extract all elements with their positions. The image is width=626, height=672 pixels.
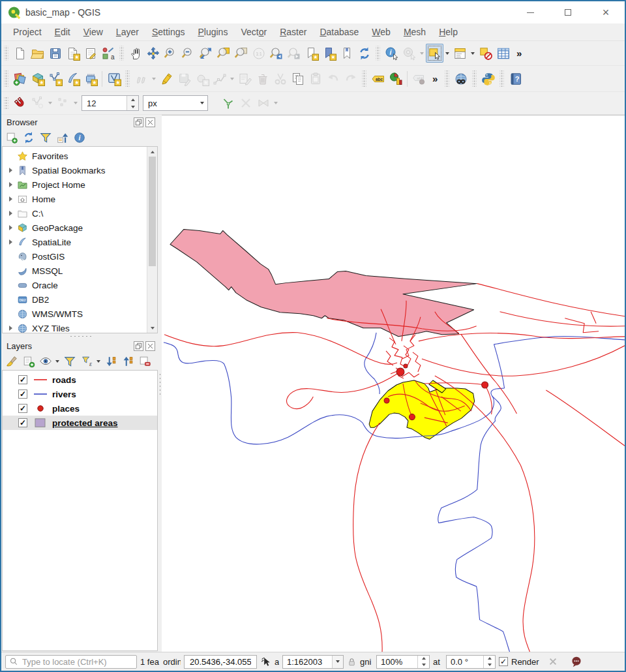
layers-open-layer-styling-button[interactable]: [3, 354, 20, 369]
select-by-value-dropdown[interactable]: [469, 44, 477, 63]
layer-row-protected-areas[interactable]: ✓protected areas: [3, 416, 157, 430]
browser-item-wms-wmts[interactable]: WMS/WMTS: [3, 307, 147, 321]
browser-item-geopackage[interactable]: GeoPackage: [3, 221, 147, 235]
open-project-button[interactable]: [29, 44, 46, 63]
copy-features-button[interactable]: [289, 69, 306, 88]
browser-collapse-all-browser-button[interactable]: [54, 130, 70, 145]
layers-filter-by-expression-dropdown[interactable]: [95, 354, 102, 369]
browser-float-button[interactable]: [134, 117, 143, 127]
expander-icon[interactable]: [6, 225, 16, 230]
toolbar-overflow-icon[interactable]: »: [512, 48, 526, 59]
zoom-in-button[interactable]: [162, 44, 179, 63]
layers-manage-map-themes-button[interactable]: [37, 354, 53, 369]
layers-manage-map-themes-dropdown[interactable]: [54, 354, 61, 369]
menu-vector[interactable]: Vector: [234, 25, 273, 39]
layers-expand-all-button[interactable]: [102, 354, 119, 369]
scale-dropdown-icon[interactable]: [332, 656, 343, 668]
expander-icon[interactable]: [6, 182, 16, 187]
new-geopackage-layer-button[interactable]: [29, 69, 46, 88]
python-console-button[interactable]: [479, 69, 497, 88]
layout-manager-button[interactable]: [82, 44, 99, 63]
menu-settings[interactable]: Settings: [145, 25, 192, 39]
menu-database[interactable]: Database: [313, 25, 365, 39]
browser-item-c[interactable]: C:\: [3, 206, 147, 221]
magnifier-spinbox[interactable]: 100%: [376, 655, 430, 669]
panel-splitter[interactable]: [1, 334, 158, 339]
scale-combo[interactable]: 1:162003: [282, 655, 344, 669]
browser-close-button[interactable]: [145, 117, 155, 127]
render-toggle[interactable]: ✓ Render: [499, 657, 539, 667]
layer-row-places[interactable]: ✓places: [3, 401, 157, 416]
layer-checkbox[interactable]: ✓: [18, 404, 27, 413]
layer-checkbox[interactable]: ✓: [18, 375, 27, 384]
pan-to-selection-button[interactable]: [144, 44, 162, 63]
layers-remove-layer-button[interactable]: [136, 354, 153, 369]
new-spatialite-layer-button[interactable]: [64, 69, 82, 88]
attribute-table-button[interactable]: [494, 44, 512, 63]
new-shapefile-layer-button[interactable]: [46, 69, 64, 88]
new-layout-button[interactable]: [64, 44, 82, 63]
locator-input[interactable]: [21, 656, 133, 667]
scrollbar-thumb[interactable]: [149, 157, 156, 266]
expander-icon[interactable]: [6, 196, 16, 202]
zoom-full-button[interactable]: [197, 44, 215, 63]
layers-filter-by-expression-button[interactable]: ε: [78, 354, 95, 369]
metasearch-button[interactable]: [452, 69, 470, 88]
layers-float-button[interactable]: [134, 341, 143, 351]
layer-checkbox[interactable]: ✓: [18, 418, 27, 427]
layer-checkbox[interactable]: ✓: [18, 389, 27, 399]
data-source-manager-button[interactable]: [11, 69, 29, 88]
new-bookmark-button[interactable]: [303, 44, 320, 63]
menu-web[interactable]: Web: [365, 25, 397, 39]
browser-browser-properties-button[interactable]: i: [71, 130, 87, 145]
render-checkbox[interactable]: ✓: [499, 657, 508, 666]
zoom-last-button[interactable]: [267, 44, 285, 63]
zoom-out-button[interactable]: [179, 44, 197, 63]
expander-icon[interactable]: [6, 326, 16, 331]
refresh-button[interactable]: [355, 44, 373, 63]
expander-icon[interactable]: [6, 211, 16, 216]
snapping-units-combo[interactable]: px: [143, 95, 208, 111]
layers-add-group-button[interactable]: [20, 354, 37, 369]
maximize-button[interactable]: [549, 1, 587, 23]
browser-item-spatial-bookmarks[interactable]: Spatial Bookmarks: [3, 163, 147, 177]
new-virtual-layer-button[interactable]: [82, 69, 99, 88]
toggle-editing-button[interactable]: [158, 69, 175, 88]
extents-tracking-icon[interactable]: [260, 656, 271, 667]
expander-icon[interactable]: [6, 239, 16, 245]
menu-raster[interactable]: Raster: [273, 25, 313, 39]
browser-item-xyz-tiles[interactable]: XYZ Tiles: [3, 321, 147, 333]
menu-layer[interactable]: Layer: [110, 25, 145, 39]
new-temporary-layer-button[interactable]: [105, 69, 123, 88]
layer-diagram-button[interactable]: [387, 69, 404, 88]
rotation-spinbox[interactable]: 0.0 °: [446, 655, 496, 669]
lock-scale-icon[interactable]: [347, 657, 357, 667]
save-project-button[interactable]: [46, 44, 64, 63]
bookmark-manager-button[interactable]: [338, 44, 355, 63]
browser-item-mssql[interactable]: MSSQL: [3, 264, 147, 278]
browser-add-selected-layers-button[interactable]: [3, 130, 20, 145]
coordinate-input[interactable]: [188, 656, 252, 667]
pan-map-button[interactable]: [127, 44, 144, 63]
menu-plugins[interactable]: Plugins: [191, 25, 234, 39]
browser-item-postgis[interactable]: PostGIS: [3, 249, 147, 264]
browser-refresh-browser-button[interactable]: [20, 130, 37, 145]
expander-icon[interactable]: [6, 168, 16, 173]
close-button[interactable]: ×: [587, 1, 625, 23]
layers-filter-legend-button[interactable]: [61, 354, 78, 369]
browser-item-home[interactable]: Home: [3, 192, 147, 206]
layers-collapse-all-button[interactable]: [119, 354, 136, 369]
browser-item-favorites[interactable]: Favorites: [3, 149, 147, 163]
help-contents-button[interactable]: ?: [507, 69, 524, 88]
browser-item-db2[interactable]: DB2DB2: [3, 292, 147, 307]
show-bookmarks-button[interactable]: [320, 44, 338, 63]
browser-item-oracle[interactable]: Oracle: [3, 278, 147, 292]
browser-item-spatialite[interactable]: SpatiaLite: [3, 235, 147, 249]
browser-item-project-home[interactable]: Project Home: [3, 177, 147, 192]
map-canvas[interactable]: [162, 115, 625, 652]
select-features-button[interactable]: [426, 44, 443, 63]
layer-row-rivers[interactable]: ✓rivers: [3, 387, 157, 401]
layer-labeling-button[interactable]: abc: [369, 69, 387, 88]
identify-features-button[interactable]: i: [383, 44, 400, 63]
toolbar-overflow-icon[interactable]: »: [428, 73, 442, 84]
